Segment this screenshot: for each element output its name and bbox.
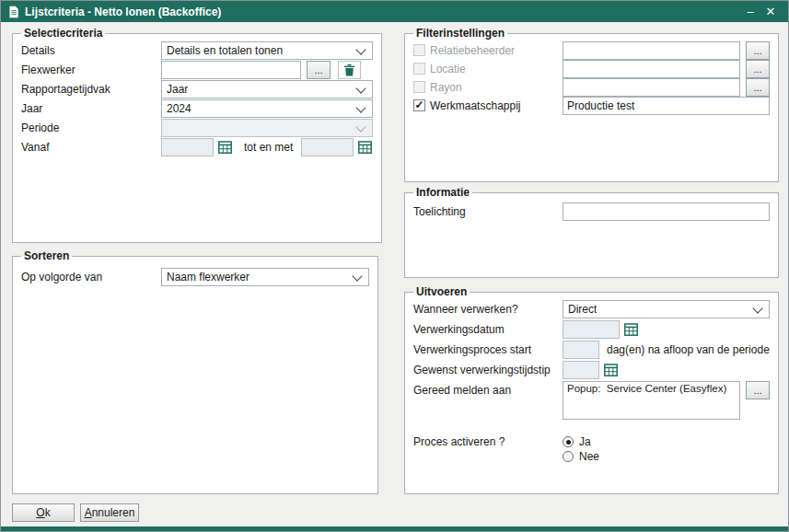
dialog-window: Lijstcriteria - Netto lonen (Backoffice)… [0, 0, 789, 532]
group-informatie-legend: Informatie [413, 186, 472, 199]
proces-activeren-radio-group: Ja Nee [563, 434, 599, 464]
ok-button-label: O [36, 506, 44, 519]
rayon-row: Rayon ... [413, 78, 770, 96]
group-filterinstellingen: Filterinstellingen Relatiebeheerder ... … [404, 27, 779, 182]
close-button[interactable]: ✕ [760, 1, 781, 22]
annuleren-button-label-rest: nnuleren [92, 506, 135, 519]
chevron-down-icon [356, 83, 366, 93]
calendar-icon[interactable] [217, 140, 233, 155]
window-title: Lijstcriteria - Netto lonen (Backoffice) [25, 6, 740, 18]
chevron-down-icon [352, 271, 362, 281]
tot-en-met-label: tot en met [244, 141, 293, 154]
group-sorteren: Sorteren Op volgorde van Naam flexwerker [12, 249, 378, 494]
relatiebeheerder-row: Relatiebeheerder ... [413, 41, 770, 59]
document-icon [8, 6, 19, 18]
group-uitvoeren-legend: Uitvoeren [413, 285, 470, 298]
verwerkingsdatum-label: Verwerkingsdatum [413, 323, 563, 336]
op-volgorde-label: Op volgorde van [21, 271, 161, 283]
ja-label: Ja [579, 435, 591, 448]
flexwerker-delete-button[interactable] [338, 61, 361, 79]
rayon-input[interactable] [563, 78, 740, 97]
flexwerker-label: Flexwerker [21, 64, 161, 76]
relatiebeheerder-input[interactable] [563, 41, 740, 60]
proces-activeren-row: Proces activeren ? Ja Nee [413, 434, 770, 464]
ok-button[interactable]: Ok [12, 503, 75, 522]
verwerkingsdatum-input[interactable] [563, 320, 620, 339]
verwerkingsdatum-row: Verwerkingsdatum [413, 320, 770, 339]
periode-label: Periode [21, 121, 161, 134]
calendar-icon[interactable] [357, 140, 373, 155]
rapportagetijdvak-value: Jaar [167, 83, 188, 96]
flexwerker-browse-button[interactable]: ... [307, 61, 331, 79]
flexwerker-input[interactable] [161, 61, 301, 79]
vanaf-label: Vanaf [21, 141, 161, 154]
flexwerker-row: Flexwerker ... [21, 61, 373, 79]
tot-date-input[interactable] [301, 138, 354, 156]
wanneer-verwerken-row: Wanneer verwerken? Direct [413, 300, 770, 318]
jaar-select[interactable]: 2024 [161, 99, 373, 118]
relatiebeheerder-checkbox [413, 44, 425, 56]
chevron-down-icon [356, 102, 366, 112]
wanneer-verwerken-select[interactable]: Direct [563, 300, 770, 318]
vanaf-row: Vanaf tot en met [21, 138, 373, 156]
locatie-input[interactable] [563, 60, 740, 78]
jaar-value: 2024 [167, 102, 191, 115]
rapportagetijdvak-select[interactable]: Jaar [161, 80, 373, 98]
details-label: Details [21, 44, 161, 57]
gereed-melden-textarea[interactable]: Popup: Service Center (Easyflex) [563, 381, 740, 420]
group-filterinstellingen-legend: Filterinstellingen [413, 27, 507, 40]
details-row: Details Details en totalen tonen [21, 41, 373, 60]
group-selectiecriteria-legend: Selectiecriteria [21, 27, 105, 40]
relatiebeheerder-browse-button[interactable]: ... [746, 41, 770, 60]
locatie-label: Locatie [430, 63, 563, 75]
annuleren-button-label: A [85, 506, 92, 519]
op-volgorde-select[interactable]: Naam flexwerker [161, 268, 369, 286]
group-sorteren-legend: Sorteren [21, 249, 72, 262]
nee-radio[interactable] [563, 451, 574, 462]
verwerkingstijdstip-input[interactable] [563, 361, 599, 379]
calendar-icon[interactable] [603, 363, 619, 377]
details-value: Details en totalen tonen [167, 44, 283, 57]
chevron-down-icon [356, 121, 366, 132]
op-volgorde-row: Op volgorde van Naam flexwerker [21, 268, 369, 286]
annuleren-button[interactable]: Annuleren [80, 503, 139, 522]
vanaf-date-input[interactable] [161, 138, 214, 156]
ok-button-label-rest: k [45, 506, 51, 519]
chevron-down-icon [752, 303, 762, 313]
ja-option[interactable]: Ja [563, 434, 599, 449]
group-selectiecriteria: Selectiecriteria Details Details en tota… [12, 27, 382, 243]
verwerkingsproces-start-input[interactable] [563, 341, 599, 359]
locatie-checkbox [413, 63, 425, 75]
op-volgorde-value: Naam flexwerker [167, 271, 249, 283]
verwerkingsproces-start-row: Verwerkingsproces start dag(en) na afloo… [413, 341, 770, 359]
werkmaatschappij-checkbox[interactable] [413, 99, 425, 111]
wanneer-verwerken-value: Direct [568, 303, 597, 316]
calendar-icon[interactable] [623, 322, 639, 337]
ja-radio[interactable] [563, 436, 574, 447]
titlebar: Lijstcriteria - Netto lonen (Backoffice)… [1, 1, 788, 22]
gereed-melden-browse-button[interactable]: ... [746, 381, 770, 399]
locatie-browse-button[interactable]: ... [746, 60, 770, 78]
werkmaatschappij-label: Werkmaatschappij [430, 99, 563, 112]
rapportagetijdvak-row: Rapportagetijdvak Jaar [21, 80, 373, 98]
werkmaatschappij-row: Werkmaatschappij [413, 97, 770, 114]
periode-select [161, 119, 373, 137]
nee-option[interactable]: Nee [563, 449, 599, 464]
rapportagetijdvak-label: Rapportagetijdvak [21, 83, 161, 96]
chevron-down-icon [356, 44, 366, 54]
periode-row: Periode [21, 119, 373, 137]
gereed-melden-label: Gereed melden aan [413, 381, 563, 397]
group-uitvoeren: Uitvoeren Wanneer verwerken? Direct Verw… [404, 285, 779, 494]
toelichting-row: Toelichting [413, 202, 770, 221]
group-informatie: Informatie Toelichting [404, 186, 779, 278]
details-select[interactable]: Details en totalen tonen [161, 41, 373, 60]
window-bottom-border [1, 526, 788, 531]
verwerkingsproces-start-label: Verwerkingsproces start [413, 343, 563, 356]
rayon-browse-button[interactable]: ... [746, 78, 770, 97]
jaar-row: Jaar 2024 [21, 99, 373, 118]
werkmaatschappij-input[interactable] [563, 97, 770, 115]
trash-icon [343, 64, 355, 76]
toelichting-input[interactable] [563, 202, 770, 221]
minimize-button[interactable]: – [740, 1, 760, 22]
nee-label: Nee [579, 450, 599, 463]
